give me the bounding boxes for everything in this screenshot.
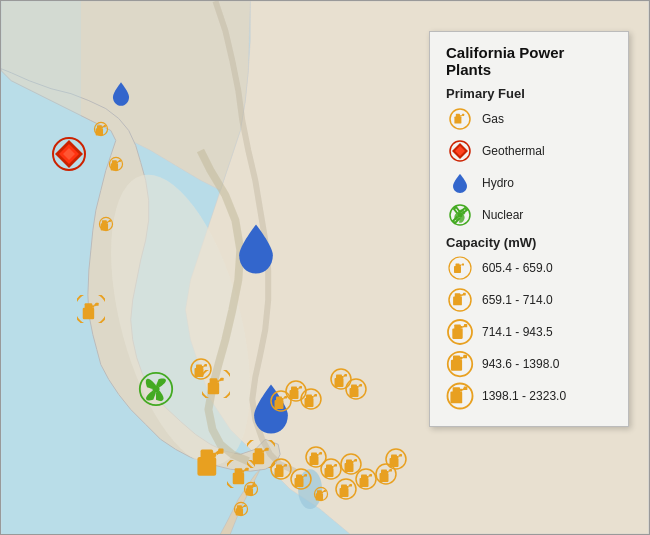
svg-rect-88 [251, 487, 253, 489]
svg-rect-62 [380, 473, 389, 482]
marker-24[interactable] [110, 81, 132, 111]
svg-rect-182 [456, 264, 460, 268]
svg-rect-48 [335, 464, 338, 467]
marker-29[interactable] [300, 388, 322, 414]
svg-rect-191 [463, 293, 466, 296]
svg-rect-199 [451, 360, 462, 371]
legend-primary-fuel-label: Primary Fuel [446, 86, 612, 101]
svg-rect-203 [464, 355, 468, 359]
svg-rect-52 [351, 461, 354, 463]
marker-15[interactable] [97, 215, 115, 237]
svg-rect-30 [285, 464, 288, 467]
svg-rect-102 [109, 220, 111, 222]
legend-capacity-md: 714.1 - 943.5 [446, 318, 612, 346]
svg-rect-58 [366, 476, 369, 478]
svg-rect-10 [211, 453, 216, 457]
map-container: California Power Plants Primary Fuel Gas [0, 0, 650, 535]
svg-rect-168 [244, 505, 246, 507]
marker-13[interactable] [242, 480, 260, 502]
svg-rect-120 [220, 378, 223, 381]
legend-range-xs: 605.4 - 659.0 [482, 261, 553, 275]
svg-rect-70 [396, 456, 399, 458]
svg-rect-46 [331, 466, 334, 468]
legend-range-lg: 943.6 - 1398.0 [482, 357, 559, 371]
svg-rect-154 [281, 398, 284, 400]
svg-rect-187 [453, 297, 462, 306]
marker-3[interactable] [270, 458, 292, 484]
svg-rect-86 [246, 488, 253, 495]
legend-icon-hydro [446, 169, 474, 197]
legend-capacity-sm: 659.1 - 714.0 [446, 286, 612, 314]
svg-rect-28 [281, 466, 284, 468]
marker-30[interactable] [232, 500, 250, 522]
svg-rect-189 [459, 294, 462, 296]
svg-rect-183 [459, 265, 461, 267]
legend-capacity-lg: 943.6 - 1398.0 [446, 350, 612, 378]
legend-label-gas: Gas [482, 112, 504, 126]
svg-rect-108 [119, 160, 121, 162]
svg-rect-114 [104, 125, 106, 127]
svg-rect-12 [218, 449, 223, 454]
svg-rect-156 [285, 396, 288, 399]
svg-rect-170 [454, 117, 461, 124]
legend-panel: California Power Plants Primary Fuel Gas [429, 31, 629, 427]
legend-capacity-icon-md [446, 318, 474, 346]
marker-10[interactable] [385, 448, 407, 474]
legend-capacity-label: Capacity (mW) [446, 235, 612, 250]
svg-rect-90 [254, 485, 256, 487]
svg-rect-205 [450, 392, 462, 404]
legend-title: California Power Plants [446, 44, 612, 78]
svg-rect-164 [236, 508, 243, 515]
svg-rect-106 [116, 162, 118, 164]
legend-range-xl: 1398.1 - 2323.0 [482, 389, 566, 403]
svg-rect-174 [462, 114, 464, 116]
marker-8[interactable] [355, 468, 377, 494]
legend-item-nuclear: Nuclear [446, 201, 612, 229]
svg-rect-32 [295, 478, 304, 487]
svg-rect-124 [201, 366, 204, 368]
svg-rect-26 [275, 468, 284, 477]
svg-rect-72 [400, 454, 403, 457]
legend-label-nuclear: Nuclear [482, 208, 523, 222]
legend-icon-gas [446, 105, 474, 133]
marker-22[interactable] [233, 221, 279, 280]
svg-rect-56 [360, 478, 369, 487]
svg-rect-50 [345, 463, 354, 472]
svg-rect-122 [195, 368, 204, 377]
svg-rect-96 [95, 303, 98, 306]
legend-icon-nuclear [446, 201, 474, 229]
svg-rect-54 [355, 459, 358, 462]
legend-label-geothermal: Geothermal [482, 144, 545, 158]
marker-14[interactable] [77, 295, 105, 327]
legend-capacity-xl: 1398.1 - 2323.0 [446, 382, 612, 410]
svg-rect-185 [462, 264, 464, 266]
svg-rect-100 [106, 222, 108, 224]
svg-rect-130 [341, 376, 344, 378]
svg-rect-24 [265, 448, 268, 451]
svg-rect-4 [1, 1, 81, 534]
legend-range-sm: 659.1 - 714.0 [482, 293, 553, 307]
svg-rect-22 [261, 450, 264, 453]
marker-25[interactable] [51, 136, 87, 176]
svg-rect-68 [390, 458, 399, 467]
svg-rect-16 [241, 470, 244, 473]
marker-17[interactable] [92, 120, 110, 142]
marker-21[interactable] [345, 378, 367, 404]
marker-28[interactable] [270, 390, 292, 416]
marker-16[interactable] [107, 155, 125, 177]
marker-12[interactable] [312, 485, 330, 507]
svg-rect-44 [325, 468, 334, 477]
svg-rect-166 [241, 507, 243, 509]
marker-19[interactable] [190, 358, 212, 384]
marker-11[interactable] [335, 478, 357, 504]
svg-rect-82 [321, 492, 323, 494]
svg-rect-201 [459, 357, 463, 360]
svg-rect-80 [316, 493, 323, 500]
svg-rect-193 [452, 329, 462, 339]
svg-rect-118 [216, 380, 219, 383]
marker-26[interactable] [138, 371, 174, 411]
svg-rect-104 [111, 163, 118, 170]
legend-range-md: 714.1 - 943.5 [482, 325, 553, 339]
svg-rect-160 [311, 396, 314, 398]
svg-rect-128 [335, 378, 344, 387]
